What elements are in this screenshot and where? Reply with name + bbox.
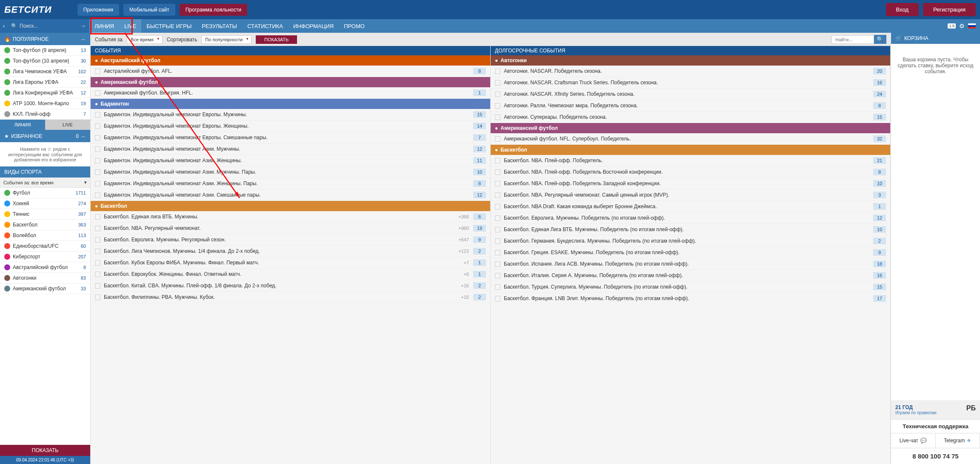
event-checkbox[interactable] — [495, 284, 500, 290]
sport-item[interactable]: Американский футбол33 — [0, 284, 90, 294]
telegram-button[interactable]: Telegram ✈ — [936, 433, 980, 448]
event-checkbox[interactable] — [95, 272, 100, 277]
sport-item[interactable]: Киберспорт207 — [0, 252, 90, 262]
event-row[interactable]: Автогонки. Ралли. Чемпионат мира. Победи… — [491, 100, 890, 112]
event-row[interactable]: Баскетбол. Греция. ESAKE. Мужчины. Побед… — [491, 247, 890, 258]
event-checkbox[interactable] — [495, 296, 500, 301]
popular-item[interactable]: Топ-футбол (10 апреля)30 — [0, 56, 90, 66]
popular-header[interactable]: 🔥 ПОПУЛЯРНОЕ ︿ — [0, 33, 90, 45]
event-checkbox[interactable] — [495, 192, 500, 198]
apps-link[interactable]: Приложения — [77, 4, 119, 16]
sport-item[interactable]: Единоборства/UFC60 — [0, 241, 90, 252]
event-row[interactable]: Баскетбол. Германия. Бундеслига. Мужчины… — [491, 235, 890, 247]
event-checkbox[interactable] — [95, 146, 100, 152]
event-checkbox[interactable] — [95, 260, 100, 266]
event-checkbox[interactable] — [95, 158, 100, 163]
search-input[interactable] — [20, 23, 75, 29]
search-box[interactable]: 🔍 → — [8, 19, 89, 33]
event-row[interactable]: Баскетбол. Евролига. Мужчины. Победитель… — [491, 212, 890, 224]
sport-item[interactable]: Баскетбол363 — [0, 220, 90, 230]
promo-box[interactable]: РБ 21 ГОД Играем по правилам — [891, 400, 980, 419]
event-row[interactable]: Баскетбол. Евролига. Мужчины. Регулярный… — [91, 234, 490, 246]
event-checkbox[interactable] — [95, 192, 100, 198]
event-row[interactable]: Баскетбол. Лига Чемпионов. Мужчины. 1/4 … — [91, 246, 490, 257]
event-checkbox[interactable] — [95, 226, 100, 231]
event-row[interactable]: Бадминтон. Индивидуальный чемпионат Азии… — [91, 166, 490, 178]
sport-band-header[interactable]: ●Американский футбол — [491, 123, 890, 133]
event-checkbox[interactable] — [495, 215, 500, 221]
event-row[interactable]: Баскетбол. NBA. Плей-офф. Победитель Зап… — [491, 178, 890, 189]
event-row[interactable]: Бадминтон. Индивидуальный чемпионат Азии… — [91, 189, 490, 201]
event-checkbox[interactable] — [495, 158, 500, 163]
sport-band-header[interactable]: ●Автогонки — [491, 55, 890, 66]
tab-line[interactable]: ЛИНИЯ — [89, 19, 119, 33]
event-checkbox[interactable] — [495, 250, 500, 255]
event-checkbox[interactable] — [95, 295, 100, 300]
event-checkbox[interactable] — [95, 90, 100, 96]
event-row[interactable]: Американский футбол. Венгрия. HFL.1 — [91, 87, 490, 99]
event-row[interactable]: Автогонки. NASCAR. Xfinity Series. Побед… — [491, 89, 890, 100]
event-checkbox[interactable] — [495, 238, 500, 244]
sidebar-show-button[interactable]: ПОКАЗАТЬ — [0, 445, 90, 456]
event-row[interactable]: Американский футбол. NFL. Супербоул. Поб… — [491, 133, 890, 145]
back-button[interactable]: ‹ — [0, 19, 8, 33]
event-row[interactable]: Баскетбол. NBA. Регулярный чемпионат.+98… — [91, 223, 490, 234]
event-row[interactable]: Бадминтон. Индивидуальный чемпионат Азии… — [91, 155, 490, 166]
settings-icon[interactable]: ⚙ — [959, 23, 965, 29]
event-checkbox[interactable] — [95, 214, 100, 220]
event-row[interactable]: Баскетбол. Испания. Лига ACB. Мужчины. П… — [491, 258, 890, 270]
mobile-link[interactable]: Мобильный сайт — [123, 4, 175, 16]
event-checkbox[interactable] — [495, 273, 500, 278]
event-checkbox[interactable] — [95, 69, 100, 74]
find-input[interactable] — [831, 35, 874, 44]
popular-item[interactable]: КХЛ. Плей-офф7 — [0, 109, 90, 120]
popular-item[interactable]: Лига Конференций УЕФА12 — [0, 88, 90, 98]
event-row[interactable]: Баскетбол. Единая Лига ВТБ. Мужчины. Поб… — [491, 224, 890, 235]
register-button[interactable]: Регистрация — [923, 3, 976, 16]
event-row[interactable]: Баскетбол. Кубок Европы ФИБА. Мужчины. Ф… — [91, 257, 490, 269]
event-checkbox[interactable] — [495, 115, 500, 120]
event-row[interactable]: Автогонки. NASCAR. Победитель сезона.20 — [491, 66, 890, 77]
sport-item[interactable]: Волейбол113 — [0, 230, 90, 241]
popular-item[interactable]: Лига Чемпионов УЕФА102 — [0, 66, 90, 77]
event-row[interactable]: Автогонки. NASCAR. Craftsman Truck Serie… — [491, 77, 890, 89]
event-row[interactable]: Баскетбол. Италия. Серия А. Мужчины. Поб… — [491, 270, 890, 281]
event-checkbox[interactable] — [95, 249, 100, 254]
event-checkbox[interactable] — [495, 69, 500, 74]
sport-band-header[interactable]: ●Бадминтон — [91, 99, 490, 109]
favorites-header[interactable]: ★ ИЗБРАННОЕ 0 ︿ — [0, 130, 90, 142]
event-row[interactable]: Баскетбол. Еврокубок. Женщины. Финал. От… — [91, 269, 490, 280]
popular-item[interactable]: Топ-футбол (9 апреля)13 — [0, 45, 90, 56]
sport-band-header[interactable]: ●Австралийский футбол — [91, 55, 490, 66]
event-row[interactable]: Баскетбол. Филиппины. PBA. Мужчины. Кубо… — [91, 292, 490, 303]
event-checkbox[interactable] — [495, 80, 500, 86]
tab2-live[interactable]: LIVE — [45, 120, 90, 130]
event-row[interactable]: Автогонки. Суперкары. Победитель сезона.… — [491, 112, 890, 123]
sport-band-header[interactable]: ●Баскетбол — [91, 201, 490, 211]
filter-time-select[interactable]: Все время — [127, 35, 163, 44]
language-flag[interactable] — [968, 23, 976, 29]
sport-item[interactable]: Автогонки83 — [0, 273, 90, 284]
event-row[interactable]: Баскетбол. NBA. Плей-офф. Победитель Вос… — [491, 166, 890, 178]
live-chat-button[interactable]: Live-чат 💬 — [891, 433, 936, 448]
find-button[interactable]: 🔍 — [874, 35, 886, 44]
sport-band-header[interactable]: ●Американский футбол — [91, 77, 490, 87]
event-row[interactable]: Бадминтон. Индивидуальный чемпионат Евро… — [91, 120, 490, 132]
event-row[interactable]: Баскетбол. Турция. Суперлига. Мужчины. П… — [491, 281, 890, 293]
sport-item[interactable]: Хоккей274 — [0, 198, 90, 209]
tab-results[interactable]: РЕЗУЛЬТАТЫ — [197, 19, 242, 33]
tab-stats[interactable]: СТАТИСТИКА — [242, 19, 288, 33]
event-checkbox[interactable] — [95, 123, 100, 129]
sport-band-header[interactable]: ●Баскетбол — [491, 145, 890, 155]
event-row[interactable]: Баскетбол. NBA. Регулярный чемпионат. Са… — [491, 189, 890, 201]
event-checkbox[interactable] — [495, 227, 500, 232]
event-row[interactable]: Бадминтон. Индивидуальный чемпионат Евро… — [91, 109, 490, 120]
event-checkbox[interactable] — [95, 283, 100, 289]
event-row[interactable]: Баскетбол. Единая лига ВТБ. Мужчины.+366… — [91, 211, 490, 223]
event-checkbox[interactable] — [495, 181, 500, 186]
event-checkbox[interactable] — [95, 181, 100, 186]
tab-live[interactable]: LIVE — [119, 19, 141, 33]
event-row[interactable]: Австралийский футбол. AFL.8 — [91, 66, 490, 77]
search-go-icon[interactable]: → — [81, 23, 86, 29]
sport-item[interactable]: Теннис397 — [0, 209, 90, 220]
